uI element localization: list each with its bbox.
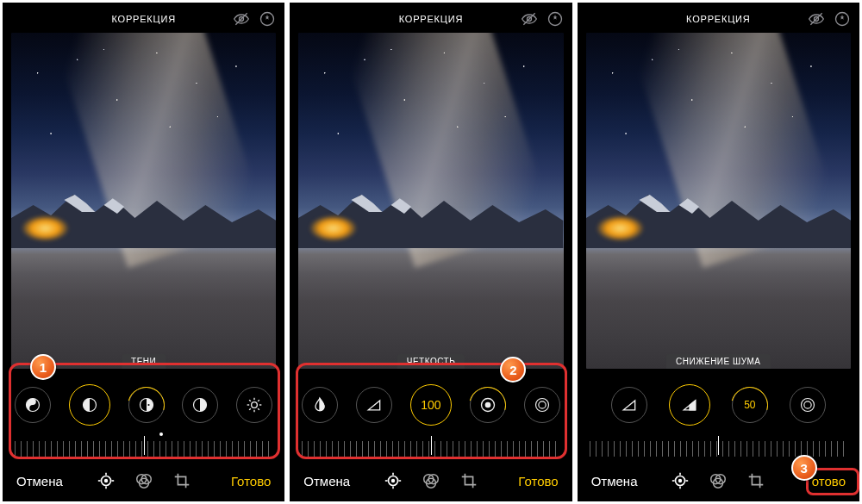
preview-toggle-icon[interactable]	[808, 10, 825, 28]
cancel-button[interactable]: Отмена	[16, 474, 63, 488]
svg-point-23	[104, 480, 107, 482]
svg-point-29	[548, 13, 561, 26]
adjust-tool-shadows[interactable]	[128, 387, 165, 423]
header-title: КОРРЕКЦИЯ	[111, 14, 175, 24]
filters-tab-icon[interactable]	[709, 471, 728, 490]
preview-toggle-icon[interactable]	[521, 10, 538, 28]
svg-point-53	[679, 480, 682, 482]
adjust-tab-icon[interactable]	[384, 471, 403, 490]
adjust-tool-contrast[interactable]	[182, 387, 218, 423]
adjust-tool-drop[interactable]	[302, 387, 338, 423]
svg-point-47	[804, 401, 811, 408]
crop-tab-icon[interactable]	[172, 471, 191, 490]
svg-line-16	[249, 408, 251, 410]
annotation-badge: 3	[791, 455, 817, 481]
crop-tab-icon[interactable]	[459, 471, 478, 490]
markup-icon[interactable]	[259, 10, 276, 28]
crop-tab-icon[interactable]	[746, 471, 765, 490]
svg-point-45	[835, 13, 848, 26]
svg-point-6	[140, 399, 153, 412]
tool-value: 100	[421, 398, 440, 412]
markup-icon[interactable]	[834, 10, 851, 28]
adjustment-tools-row: 100	[290, 369, 572, 438]
adjust-tool-circles[interactable]	[524, 387, 560, 423]
filters-tab-icon[interactable]	[134, 471, 153, 490]
svg-line-17	[258, 400, 259, 401]
bottom-bar: ОтменаГотово	[290, 460, 572, 501]
category-label: ЧЕТКОСТЬ	[397, 354, 465, 369]
svg-point-9	[252, 402, 258, 408]
markup-icon[interactable]	[547, 10, 564, 28]
bottom-bar: ОтменаГотово	[3, 460, 284, 501]
adjustment-tools-row: 50	[578, 369, 859, 438]
adjust-tool-triangle-half[interactable]	[669, 384, 710, 426]
adjust-tool-triangle[interactable]	[611, 387, 647, 423]
svg-point-46	[801, 399, 814, 412]
svg-point-32	[535, 399, 548, 412]
photo-preview: ЧЕТКОСТЬ	[298, 33, 563, 369]
adjust-tool-value[interactable]: 50	[732, 387, 768, 423]
adjust-tool-yinyang[interactable]	[15, 387, 51, 423]
svg-point-39	[392, 480, 395, 482]
header: КОРРЕКЦИЯ	[290, 5, 572, 33]
svg-line-15	[258, 408, 259, 410]
done-button[interactable]: Готово	[231, 474, 271, 488]
category-label: ТЕНИ	[122, 354, 166, 369]
svg-point-31	[484, 402, 490, 408]
adjust-tool-brightness[interactable]	[236, 387, 272, 423]
adjust-tool-value[interactable]: 100	[410, 384, 452, 426]
photo-preview: ТЕНИ	[11, 33, 276, 369]
preview-toggle-icon[interactable]	[233, 10, 250, 28]
adjust-tool-triangle[interactable]	[356, 387, 392, 423]
svg-point-2	[261, 13, 274, 26]
category-label: СНИЖЕНИЕ ШУМА	[666, 354, 770, 369]
photo-preview: СНИЖЕНИЕ ШУМА	[586, 33, 851, 369]
done-button[interactable]: Готово	[518, 474, 558, 488]
adjustment-slider[interactable]	[302, 438, 559, 460]
adjust-tool-circles[interactable]	[790, 387, 826, 423]
filters-tab-icon[interactable]	[422, 471, 440, 490]
header: КОРРЕКЦИЯ	[3, 5, 284, 33]
bottom-bar: ОтменаГотово	[578, 460, 859, 501]
adjust-tool-vignette[interactable]	[470, 387, 506, 423]
cancel-button[interactable]: Отмена	[303, 474, 350, 488]
cancel-button[interactable]: Отмена	[591, 474, 638, 488]
header: КОРРЕКЦИЯ	[578, 5, 859, 33]
header-title: КОРРЕКЦИЯ	[686, 14, 750, 24]
adjust-tab-icon[interactable]	[97, 471, 116, 490]
svg-point-30	[481, 399, 494, 412]
annotation-badge: 1	[30, 354, 56, 380]
tool-value: 50	[744, 399, 755, 411]
adjust-tool-highlights[interactable]	[69, 384, 110, 426]
adjustment-slider[interactable]	[15, 438, 272, 460]
header-title: КОРРЕКЦИЯ	[399, 14, 463, 24]
svg-point-33	[538, 401, 545, 408]
svg-point-7	[147, 404, 149, 406]
svg-line-14	[249, 400, 251, 401]
svg-point-5	[86, 404, 88, 406]
adjust-tab-icon[interactable]	[671, 471, 690, 490]
